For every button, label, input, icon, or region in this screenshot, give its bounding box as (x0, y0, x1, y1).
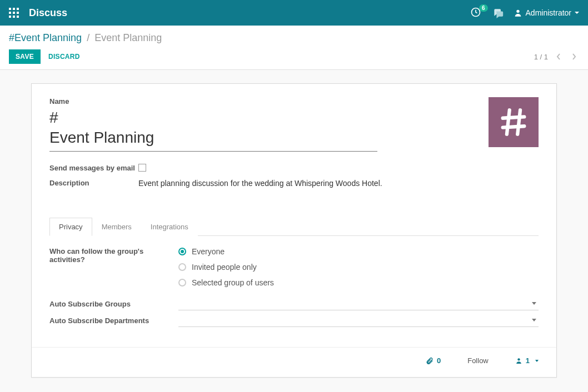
form-sheet: Name # Send messages by email Descriptio… (31, 83, 557, 378)
channel-avatar[interactable] (489, 97, 539, 147)
name-label: Name (49, 97, 377, 105)
svg-point-1 (516, 10, 519, 13)
breadcrumb-separator: / (87, 32, 89, 43)
activity-indicator[interactable]: 6 (470, 7, 482, 19)
radio-invited[interactable]: Invited people only (178, 263, 274, 272)
save-button[interactable]: SAVE (9, 49, 41, 64)
breadcrumb-parent[interactable]: #Event Planning (9, 32, 82, 43)
control-bar: #Event Planning / Event Planning SAVE DI… (0, 26, 588, 70)
radio-label: Selected group of users (192, 278, 274, 287)
radio-label: Invited people only (192, 263, 257, 272)
attach-count: 0 (437, 356, 441, 365)
pager: 1 / 1 (534, 52, 579, 62)
pager-next[interactable] (569, 52, 579, 62)
user-menu[interactable]: Administrator (514, 8, 579, 17)
attachments-button[interactable]: 0 (426, 356, 441, 365)
followers-button[interactable]: 1 (515, 356, 530, 365)
name-input[interactable] (49, 127, 377, 152)
chevron-right-icon (571, 53, 577, 61)
tab-integrations[interactable]: Integrations (141, 218, 198, 236)
description-input[interactable] (138, 177, 522, 200)
chat-icon[interactable] (492, 7, 504, 18)
activity-badge: 6 (479, 4, 488, 12)
discard-button[interactable]: DISCARD (48, 53, 80, 61)
breadcrumb-current: Event Planning (94, 32, 162, 43)
pager-prev[interactable] (554, 52, 564, 62)
paperclip-icon (426, 357, 433, 365)
radio-dot-icon (178, 263, 186, 271)
radio-everyone[interactable]: Everyone (178, 247, 274, 256)
caret-down-icon (575, 12, 579, 14)
tab-content-privacy: Who can follow the group's activities? E… (49, 236, 539, 347)
radio-label: Everyone (192, 247, 225, 256)
auto-depts-label: Auto Subscribe Departments (49, 316, 178, 325)
hash-icon (497, 106, 530, 138)
radio-dot-icon (178, 279, 186, 287)
top-navbar: Discuss 6 Administrator (0, 0, 588, 26)
description-label: Description (49, 177, 138, 187)
privacy-radio-group: Everyone Invited people only Selected gr… (178, 247, 274, 287)
user-icon (515, 357, 522, 364)
send-email-label: Send messages by email (49, 162, 138, 172)
chevron-left-icon (556, 53, 561, 61)
tab-privacy[interactable]: Privacy (49, 218, 92, 236)
auto-depts-select[interactable] (178, 314, 539, 327)
app-brand: Discuss (29, 7, 67, 19)
auto-groups-label: Auto Subscribe Groups (49, 300, 178, 308)
chatter-bar: 0 Follow 1 (32, 347, 556, 377)
follow-button[interactable]: Follow (467, 356, 489, 365)
caret-down-icon[interactable] (535, 360, 539, 362)
send-email-checkbox[interactable] (138, 164, 146, 172)
radio-selected-group[interactable]: Selected group of users (178, 278, 274, 287)
tabs: Privacy Members Integrations (49, 217, 539, 236)
svg-line-5 (517, 110, 520, 134)
auto-groups-select[interactable] (178, 297, 539, 310)
tab-members[interactable]: Members (92, 218, 141, 236)
privacy-question: Who can follow the group's activities? (49, 247, 178, 264)
pager-text: 1 / 1 (534, 53, 548, 61)
apps-icon[interactable] (9, 8, 19, 18)
svg-point-6 (517, 358, 520, 360)
svg-line-4 (507, 110, 510, 134)
user-name: Administrator (526, 8, 571, 17)
follower-count: 1 (526, 356, 530, 365)
radio-dot-icon (178, 248, 186, 255)
user-icon (514, 8, 522, 17)
breadcrumb: #Event Planning / Event Planning (9, 32, 579, 44)
hash-prefix: # (49, 109, 377, 127)
